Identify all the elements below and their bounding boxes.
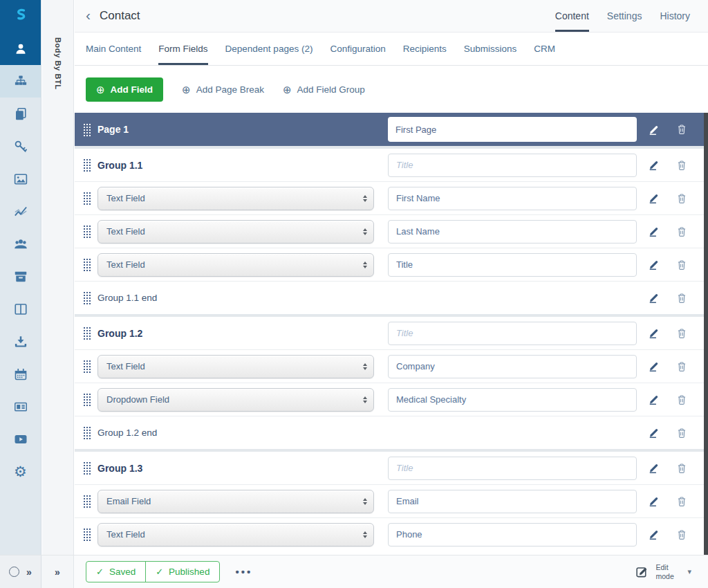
edit-pencil-icon[interactable] <box>648 327 660 339</box>
tab-form-fields[interactable]: Form Fields <box>158 33 207 65</box>
drag-handle-icon[interactable] <box>83 528 91 541</box>
field-type-select[interactable]: Dropdown Field <box>97 388 374 412</box>
drag-handle-icon[interactable] <box>83 225 91 238</box>
edit-pencil-icon[interactable] <box>648 462 660 474</box>
drag-handle-icon[interactable] <box>83 158 91 172</box>
field-type-select[interactable]: Text Field <box>97 523 374 546</box>
edit-pencil-icon[interactable] <box>648 427 660 439</box>
trash-icon[interactable] <box>676 463 687 474</box>
trash-icon[interactable] <box>676 193 687 204</box>
trash-icon[interactable] <box>676 361 687 372</box>
field-label-input[interactable] <box>388 523 637 546</box>
edit-pencil-icon[interactable] <box>648 226 660 237</box>
tab-recipients[interactable]: Recipients <box>403 33 447 65</box>
archive-box-icon <box>14 270 28 284</box>
published-status-badge[interactable]: ✓ Published <box>145 562 219 582</box>
trash-icon[interactable] <box>676 259 687 270</box>
field-label-input[interactable] <box>388 490 637 513</box>
sidebar-item-contacts[interactable] <box>0 33 41 65</box>
drag-handle-icon[interactable] <box>83 291 91 304</box>
drag-handle-icon[interactable] <box>83 327 91 340</box>
edit-mode-control[interactable]: Edit mode ▾ <box>635 563 691 580</box>
sidebar-item-downloads[interactable] <box>0 325 41 358</box>
trash-icon[interactable] <box>676 328 687 339</box>
saved-status-badge[interactable]: ✓ Saved <box>86 562 145 582</box>
field-label-input[interactable] <box>388 220 637 244</box>
trash-icon[interactable] <box>676 496 687 507</box>
sidebar-item-analytics[interactable] <box>0 195 41 228</box>
trash-icon[interactable] <box>676 226 687 237</box>
trash-icon[interactable] <box>676 124 687 135</box>
add-field-group-button[interactable]: ⊕ Add Field Group <box>283 84 365 95</box>
back-chevron-icon[interactable]: ‹ <box>86 8 91 24</box>
nav-content[interactable]: Content <box>555 0 589 32</box>
group-end-row: Group 1.2 end <box>75 416 708 449</box>
add-page-break-button[interactable]: ⊕ Add Page Break <box>182 84 264 95</box>
group-end-label: Group 1.2 end <box>97 428 157 438</box>
field-type-select[interactable]: Email Field <box>97 490 374 513</box>
drag-handle-icon[interactable] <box>83 123 91 136</box>
field-type-select[interactable]: Text Field <box>97 253 374 277</box>
field-label-input[interactable] <box>388 388 637 412</box>
status-circle-icon[interactable] <box>9 567 19 577</box>
trash-icon[interactable] <box>676 394 687 405</box>
edit-pencil-icon[interactable] <box>648 360 660 372</box>
sidebar-item-video[interactable] <box>0 423 41 455</box>
sidebar-item-archive[interactable] <box>0 260 41 293</box>
sidebar-item-sitemap[interactable] <box>0 65 41 98</box>
trash-icon[interactable] <box>676 428 687 439</box>
edit-pencil-icon[interactable] <box>648 394 660 405</box>
sidebar-item-access-keys[interactable] <box>0 130 41 163</box>
tab-dependent-pages[interactable]: Dependent pages (2) <box>225 33 313 65</box>
tab-configuration[interactable]: Configuration <box>330 33 385 65</box>
trash-icon[interactable] <box>676 160 687 171</box>
drag-handle-icon[interactable] <box>83 461 91 475</box>
nav-settings[interactable]: Settings <box>607 0 642 32</box>
group-title-input[interactable] <box>388 322 637 345</box>
sidebar-item-cards[interactable] <box>0 390 41 423</box>
nav-history[interactable]: History <box>660 0 690 32</box>
vertical-scrollbar[interactable] <box>704 113 708 555</box>
trash-icon[interactable] <box>676 529 687 540</box>
expand-rail-chevron-icon[interactable]: » <box>26 567 32 578</box>
sidebar-item-settings[interactable]: ⚙ <box>0 455 41 488</box>
page-title-input[interactable] <box>388 117 637 142</box>
group-title-input[interactable] <box>388 457 637 480</box>
saved-label: Saved <box>109 567 136 577</box>
edit-pencil-icon[interactable] <box>648 529 660 540</box>
sidebar-item-team[interactable] <box>0 228 41 260</box>
sidebar-item-layouts[interactable] <box>0 293 41 325</box>
drag-handle-icon[interactable] <box>83 426 91 439</box>
trash-icon[interactable] <box>676 293 687 304</box>
edit-pencil-icon[interactable] <box>648 124 660 136</box>
field-type-select[interactable]: Text Field <box>97 187 374 210</box>
field-label-input[interactable] <box>388 253 637 277</box>
sidebar-item-events[interactable] <box>0 358 41 390</box>
drag-handle-icon[interactable] <box>83 495 91 508</box>
tab-main-content[interactable]: Main Content <box>86 33 141 65</box>
edit-pencil-icon[interactable] <box>648 495 660 507</box>
edit-pencil-icon[interactable] <box>648 159 660 171</box>
tab-crm[interactable]: CRM <box>534 33 555 65</box>
edit-pencil-icon[interactable] <box>648 292 660 304</box>
app-logo[interactable] <box>0 0 41 33</box>
add-field-button[interactable]: ⊕ Add Field <box>86 77 163 102</box>
sidebar-item-media[interactable] <box>0 163 41 195</box>
edit-pencil-icon[interactable] <box>648 259 660 270</box>
key-icon <box>14 140 28 154</box>
field-type-select[interactable]: Text Field <box>97 355 374 378</box>
drag-handle-icon[interactable] <box>83 258 91 271</box>
more-options-button[interactable]: ••• <box>235 566 252 578</box>
sidebar-item-pages[interactable] <box>0 98 41 130</box>
field-label-input[interactable] <box>388 187 637 210</box>
chevron-down-icon: ▾ <box>687 567 691 576</box>
field-label-input[interactable] <box>388 355 637 378</box>
drag-handle-icon[interactable] <box>83 393 91 406</box>
tab-submissions[interactable]: Submissions <box>464 33 517 65</box>
drag-handle-icon[interactable] <box>83 360 91 373</box>
group-title-input[interactable] <box>388 154 637 177</box>
drag-handle-icon[interactable] <box>83 192 91 205</box>
edit-pencil-icon[interactable] <box>648 192 660 204</box>
expand-site-chevron-icon[interactable]: » <box>55 567 60 578</box>
field-type-select[interactable]: Text Field <box>97 220 374 244</box>
